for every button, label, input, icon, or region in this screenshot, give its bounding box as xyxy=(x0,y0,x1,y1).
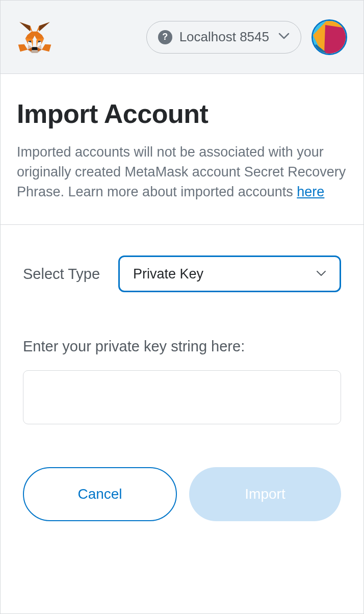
chevron-down-icon xyxy=(278,33,290,42)
page-description: Imported accounts will not be associated… xyxy=(17,142,347,202)
network-selector[interactable]: ? Localhost 8545 xyxy=(146,21,301,54)
select-type-label: Select Type xyxy=(23,266,100,283)
learn-more-link[interactable]: here xyxy=(297,184,324,199)
fox-icon xyxy=(18,21,51,53)
button-row: Cancel Import xyxy=(23,467,341,542)
metamask-logo xyxy=(17,19,53,55)
network-name: Localhost 8545 xyxy=(179,29,269,45)
private-key-label: Enter your private key string here: xyxy=(23,338,341,355)
chevron-down-icon xyxy=(316,269,326,278)
type-row: Select Type Private Key xyxy=(23,255,341,292)
svg-marker-3 xyxy=(18,44,28,52)
network-status-icon: ? xyxy=(158,30,172,44)
svg-marker-26 xyxy=(324,25,346,54)
svg-marker-13 xyxy=(19,22,30,31)
import-form: Select Type Private Key Enter your priva… xyxy=(1,225,363,542)
cancel-button[interactable]: Cancel xyxy=(23,467,177,521)
svg-marker-21 xyxy=(32,47,38,50)
type-select-value: Private Key xyxy=(133,266,203,282)
type-select[interactable]: Private Key xyxy=(118,255,341,292)
app-header: ? Localhost 8545 xyxy=(1,1,363,74)
svg-marker-12 xyxy=(39,22,50,31)
account-avatar[interactable] xyxy=(311,19,347,55)
page-title: Import Account xyxy=(17,98,347,129)
import-button[interactable]: Import xyxy=(189,467,341,521)
svg-marker-2 xyxy=(42,44,51,52)
private-key-input[interactable] xyxy=(23,370,341,424)
page-intro: Import Account Imported accounts will no… xyxy=(1,74,363,225)
